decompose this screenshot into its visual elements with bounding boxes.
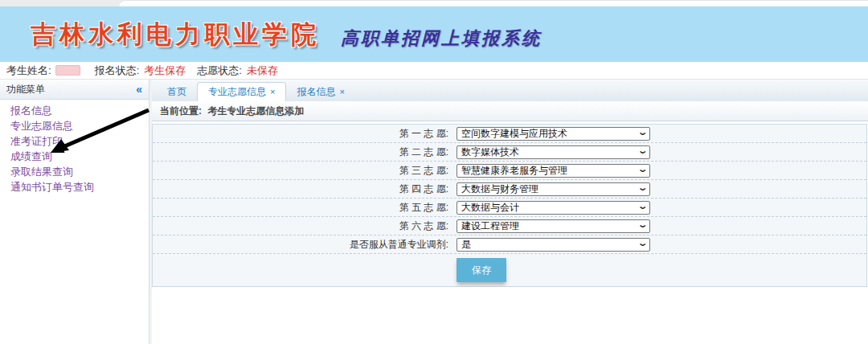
browser-tab-ghost: [119, 0, 868, 6]
sidebar-item-notice-order-query[interactable]: 通知书订单号查询: [0, 179, 149, 195]
tab-major-wish-label: 专业志愿信息: [208, 86, 266, 97]
wish-5-label: 第 五 志 愿:: [153, 201, 448, 215]
tab-home-label: 首页: [167, 86, 186, 97]
form-row-wish-2: 第 二 志 愿: 数字媒体技术 ⌄: [153, 143, 866, 162]
wish-2-select[interactable]: 数字媒体技术 ⌄: [457, 145, 650, 159]
form-row-wish-5: 第 五 志 愿: 大数据与会计 ⌄: [153, 199, 866, 217]
tab-home[interactable]: 首页: [157, 83, 197, 101]
wish-3-label: 第 三 志 愿:: [153, 164, 448, 178]
chevron-down-icon: ⌄: [637, 146, 648, 154]
sidebar-menu: 报名信息 专业志愿信息 准考证打印 成绩查询 录取结果查询 通知书订单号查询: [0, 100, 149, 195]
wish-6-label: 第 六 志 愿:: [153, 219, 448, 233]
form-button-row: 保存: [153, 254, 866, 286]
breadcrumb-text: 考生专业志愿信息添加: [207, 105, 304, 117]
wish-status-value: 未保存: [247, 63, 278, 78]
wish-2-label: 第 二 志 愿:: [153, 145, 448, 159]
wish-6-select[interactable]: 建设工程管理 ⌄: [457, 219, 650, 233]
wish-form-panel: 第 一 志 愿: 空间数字建模与应用技术 ⌄ 第 二 志 愿: 数字媒体技术 ⌄…: [152, 124, 867, 287]
adjustment-select[interactable]: 是 ⌄: [457, 238, 650, 252]
tab-major-wish-info[interactable]: 专业志愿信息×: [197, 82, 286, 101]
close-icon[interactable]: ×: [339, 87, 344, 96]
form-row-wish-6: 第 六 志 愿: 建设工程管理 ⌄: [153, 217, 866, 235]
chevron-down-icon: ⌄: [637, 183, 648, 191]
wish-1-value: 空间数字建模与应用技术: [461, 127, 567, 141]
chevron-down-icon: ⌄: [637, 220, 648, 228]
wish-1-label: 第 一 志 愿:: [153, 127, 448, 141]
sidebar-header: 功能菜单 «: [0, 80, 149, 100]
form-row-wish-3: 第 三 志 愿: 智慧健康养老服务与管理 ⌄: [153, 162, 866, 180]
main-area: 功能菜单 « 报名信息 专业志愿信息 准考证打印 成绩查询 录取结果查询 通知书…: [0, 80, 868, 344]
sidebar: 功能菜单 « 报名信息 专业志愿信息 准考证打印 成绩查询 录取结果查询 通知书…: [0, 80, 149, 344]
sidebar-item-major-wish-info[interactable]: 专业志愿信息: [0, 118, 149, 133]
tab-registration-label: 报名信息: [297, 86, 335, 97]
form-row-wish-4: 第 四 志 愿: 大数据与财务管理 ⌄: [153, 180, 866, 199]
wish-6-value: 建设工程管理: [461, 219, 519, 233]
save-button[interactable]: 保存: [457, 258, 506, 282]
sidebar-item-admission-ticket-print[interactable]: 准考证打印: [0, 133, 149, 149]
site-banner: 吉林水利电力职业学院 高职单招网上填报系统: [0, 6, 868, 62]
wish-3-select[interactable]: 智慧健康养老服务与管理 ⌄: [457, 164, 650, 178]
adjustment-value: 是: [461, 238, 471, 252]
sidebar-item-admission-result-query[interactable]: 录取结果查询: [0, 164, 149, 179]
wish-2-value: 数字媒体技术: [461, 145, 519, 159]
chevron-down-icon: ⌄: [637, 239, 648, 247]
candidate-name-label: 考生姓名:: [6, 63, 51, 78]
wish-3-value: 智慧健康养老服务与管理: [461, 164, 567, 178]
wish-4-label: 第 四 志 愿:: [153, 182, 448, 196]
tab-registration-info[interactable]: 报名信息×: [286, 83, 354, 101]
sidebar-item-registration-info[interactable]: 报名信息: [0, 103, 149, 118]
registration-status-label: 报名状态:: [95, 63, 140, 78]
wish-5-value: 大数据与会计: [461, 201, 519, 215]
chevron-down-icon: ⌄: [637, 165, 648, 173]
form-row-adjustment: 是否服从普通专业调剂: 是 ⌄: [153, 235, 866, 254]
wish-1-select[interactable]: 空间数字建模与应用技术 ⌄: [457, 127, 650, 141]
content-area: 首页 专业志愿信息× 报名信息× 当前位置: 考生专业志愿信息添加 第 一 志 …: [149, 80, 868, 344]
form-row-wish-1: 第 一 志 愿: 空间数字建模与应用技术 ⌄: [153, 125, 866, 143]
wish-4-value: 大数据与财务管理: [461, 182, 538, 196]
wish-4-select[interactable]: 大数据与财务管理 ⌄: [457, 182, 650, 196]
wish-5-select[interactable]: 大数据与会计 ⌄: [457, 201, 650, 215]
breadcrumb-prefix: 当前位置:: [160, 105, 202, 117]
adjustment-label: 是否服从普通专业调剂:: [153, 238, 448, 252]
browser-top-strip: [0, 0, 868, 6]
wish-status-label: 志愿状态:: [197, 63, 242, 78]
sidebar-item-score-query[interactable]: 成绩查询: [0, 149, 149, 164]
registration-status-value: 考生保存: [144, 63, 186, 78]
close-icon[interactable]: ×: [270, 87, 275, 96]
system-name: 高职单招网上填报系统: [341, 27, 542, 51]
breadcrumb: 当前位置: 考生专业志愿信息添加: [152, 101, 868, 121]
tab-bar: 首页 专业志愿信息× 报名信息×: [152, 80, 868, 101]
chevron-down-icon: ⌄: [637, 202, 648, 210]
candidate-name-redacted: [55, 65, 80, 76]
chevron-down-icon: ⌄: [637, 128, 648, 136]
sidebar-title: 功能菜单: [6, 83, 45, 96]
collapse-sidebar-icon[interactable]: «: [136, 83, 142, 96]
content-empty-space: [152, 287, 868, 344]
candidate-info-bar: 考生姓名: 报名状态: 考生保存 志愿状态: 未保存: [0, 62, 868, 80]
college-name: 吉林水利电力职业学院: [31, 18, 320, 51]
